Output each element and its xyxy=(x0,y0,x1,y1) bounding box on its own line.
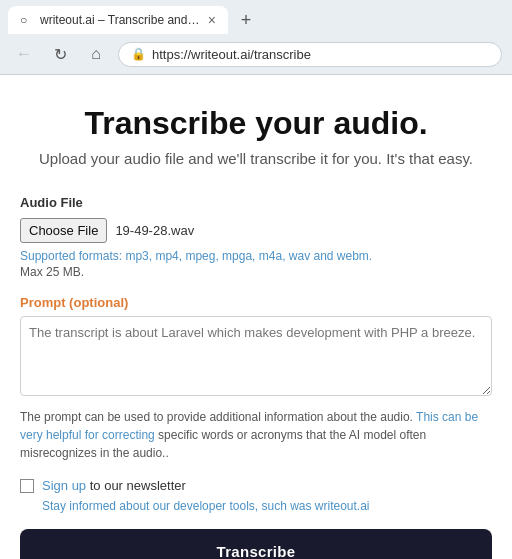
hero-subtitle: Upload your audio file and we'll transcr… xyxy=(20,150,492,167)
prompt-label: Prompt (optional) xyxy=(20,295,492,310)
active-tab[interactable]: ○ writeout.ai – Transcribe and trans × xyxy=(8,6,228,34)
audio-file-label: Audio File xyxy=(20,195,492,210)
newsletter-checkbox[interactable] xyxy=(20,479,34,493)
new-tab-button[interactable]: + xyxy=(232,6,260,34)
browser-toolbar: ← ↻ ⌂ 🔒 https://writeout.ai/transcribe xyxy=(0,34,512,74)
newsletter-row: Sign up to our newsletter xyxy=(20,478,492,493)
newsletter-text: Sign up to our newsletter xyxy=(42,478,186,493)
newsletter-section: Sign up to our newsletter Stay informed … xyxy=(20,478,492,513)
selected-file-name: 19-49-28.wav xyxy=(115,223,194,238)
home-button[interactable]: ⌂ xyxy=(82,40,110,68)
page-title: Transcribe your audio. xyxy=(20,105,492,142)
prompt-textarea[interactable] xyxy=(20,316,492,396)
signup-link[interactable]: Sign up xyxy=(42,478,86,493)
newsletter-subtext: Stay informed about our developer tools,… xyxy=(42,499,492,513)
address-bar[interactable]: 🔒 https://writeout.ai/transcribe xyxy=(118,42,502,67)
page-content: Transcribe your audio. Upload your audio… xyxy=(0,75,512,559)
audio-file-section: Audio File Choose File 19-49-28.wav Supp… xyxy=(20,195,492,279)
newsletter-text-suffix: to our newsletter xyxy=(86,478,186,493)
back-button[interactable]: ← xyxy=(10,40,38,68)
close-tab-icon[interactable]: × xyxy=(208,12,216,28)
lock-icon: 🔒 xyxy=(131,47,146,61)
supported-formats-text: Supported formats: mp3, mp4, mpeg, mpga,… xyxy=(20,249,492,263)
browser-chrome: ○ writeout.ai – Transcribe and trans × +… xyxy=(0,0,512,75)
prompt-section: Prompt (optional) The prompt can be used… xyxy=(20,295,492,462)
tab-title: writeout.ai – Transcribe and trans xyxy=(40,13,202,27)
hint-text-1: The prompt can be used to provide additi… xyxy=(20,410,413,424)
tab-bar: ○ writeout.ai – Transcribe and trans × + xyxy=(0,0,512,34)
transcribe-button[interactable]: Transcribe xyxy=(20,529,492,559)
hero-section: Transcribe your audio. Upload your audio… xyxy=(20,105,492,167)
choose-file-button[interactable]: Choose File xyxy=(20,218,107,243)
favicon-icon: ○ xyxy=(20,13,34,27)
url-text: https://writeout.ai/transcribe xyxy=(152,47,489,62)
prompt-hint: The prompt can be used to provide additi… xyxy=(20,408,492,462)
file-input-row: Choose File 19-49-28.wav xyxy=(20,218,492,243)
refresh-button[interactable]: ↻ xyxy=(46,40,74,68)
max-size-text: Max 25 MB. xyxy=(20,265,492,279)
